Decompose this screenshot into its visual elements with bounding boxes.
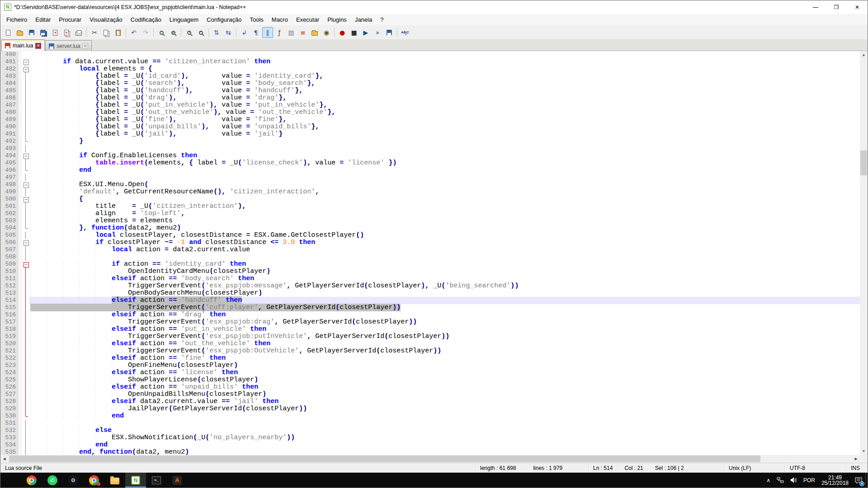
code-line[interactable]: 506 if closestPlayer ~= -1 and closestDi… bbox=[0, 239, 860, 246]
scroll-left-arrow-icon[interactable]: ◀ bbox=[0, 455, 8, 463]
horizontal-scrollbar[interactable]: ◀ ▶ bbox=[0, 455, 868, 463]
fold-toggle-icon[interactable] bbox=[22, 152, 29, 160]
code-line[interactable]: 488 {label = _U('out_the_vehicle'), valu… bbox=[0, 109, 860, 116]
scroll-up-arrow-icon[interactable]: ▲ bbox=[860, 51, 868, 59]
code-line-text[interactable]: elseif action == 'handcuff' then bbox=[29, 297, 860, 304]
code-line-text[interactable] bbox=[29, 420, 860, 427]
indent-guide-button[interactable]: ∥ bbox=[262, 27, 273, 38]
code-line[interactable]: 487 {label = _U('put_in_vehicle'), value… bbox=[0, 102, 860, 109]
code-line[interactable]: 522 elseif action == 'fine' then bbox=[0, 355, 860, 362]
tab-close-icon[interactable]: ✕ bbox=[35, 43, 41, 49]
code-line[interactable]: 525 ShowPlayerLicense(closestPlayer) bbox=[0, 376, 860, 384]
code-line-text[interactable]: TriggerServerEvent('esx_pspjob:putInVehi… bbox=[29, 333, 860, 340]
run-macro-multiple-button[interactable]: » bbox=[372, 27, 383, 38]
code-line[interactable]: 518 elseif action == 'put_in_vehicle' th… bbox=[0, 326, 860, 333]
save-macro-button[interactable] bbox=[384, 27, 395, 38]
horizontal-scroll-thumb[interactable] bbox=[9, 455, 760, 462]
sync-horizontal-button[interactable]: ⇆ bbox=[223, 27, 234, 38]
maximize-button[interactable]: ❐ bbox=[826, 0, 847, 14]
chrome-taskbar-button[interactable] bbox=[21, 473, 42, 488]
code-line[interactable]: 490 {label = _U('unpaid_bills'), value =… bbox=[0, 123, 860, 131]
code-line-text[interactable]: {label = _U('drag'), value = 'drag'}, bbox=[29, 94, 860, 102]
sync-vertical-button[interactable]: ⇅ bbox=[211, 27, 222, 38]
code-line-text[interactable]: elseif data2.current.value == 'jail' the… bbox=[29, 398, 860, 405]
code-line[interactable]: 508 bbox=[0, 253, 860, 261]
menu-item-macro[interactable]: Macro bbox=[268, 14, 292, 25]
paste-button[interactable] bbox=[113, 27, 123, 38]
notification-center-icon[interactable]: 5 bbox=[852, 473, 865, 488]
code-line-text[interactable] bbox=[29, 51, 860, 58]
find-button[interactable] bbox=[156, 27, 167, 38]
close-all-button[interactable] bbox=[61, 27, 72, 38]
stop-recording-button[interactable]: ■ bbox=[349, 27, 359, 38]
dark-a-app-taskbar-button[interactable]: A bbox=[167, 473, 188, 488]
command-prompt-taskbar-button[interactable]: >_ bbox=[146, 473, 167, 488]
code-line-text[interactable]: title = _U('citizen_interaction'), bbox=[29, 203, 860, 210]
code-line[interactable]: 517 TriggerServerEvent('esx_pspjob:drag'… bbox=[0, 319, 860, 326]
code-line[interactable]: 524 elseif action == 'license' then bbox=[0, 369, 860, 376]
code-line[interactable]: 503 elements = elements bbox=[0, 217, 860, 225]
zoom-in-button[interactable] bbox=[184, 27, 194, 38]
fold-toggle-icon[interactable] bbox=[22, 261, 29, 268]
code-line[interactable]: 497 bbox=[0, 174, 860, 181]
play-macro-button[interactable]: ▶ bbox=[360, 27, 371, 38]
network-icon[interactable] bbox=[774, 473, 787, 488]
document-map-button[interactable]: ▧ bbox=[286, 27, 297, 38]
code-line[interactable]: 533 ESX.ShowNotification(_U('no_players_… bbox=[0, 434, 860, 441]
folder-as-workspace-button[interactable] bbox=[309, 27, 320, 38]
save-file-button[interactable] bbox=[26, 27, 37, 38]
menu-item-janela[interactable]: Janela bbox=[351, 14, 376, 25]
code-line[interactable]: 501 title = _U('citizen_interaction'), bbox=[0, 203, 860, 210]
code-line-text[interactable]: table.insert(elements, { label = _U('lic… bbox=[29, 160, 860, 167]
tray-chevron-up-icon[interactable]: ∧ bbox=[763, 473, 774, 488]
code-area[interactable]: 480481 if data.current.value == 'citizen… bbox=[0, 51, 860, 455]
code-line[interactable]: 482 local elements = { bbox=[0, 66, 860, 73]
code-line-text[interactable]: {label = _U('unpaid_bills'), value = 'un… bbox=[29, 123, 860, 131]
code-line[interactable]: 504 }, function(data2, menu2) bbox=[0, 225, 860, 232]
code-line-text[interactable]: elseif action == 'out_the_vehicle' then bbox=[29, 340, 860, 347]
code-line-text[interactable]: OpenBodySearchMenu(closestPlayer) bbox=[29, 290, 860, 297]
code-line-text[interactable]: align = 'top-left', bbox=[29, 210, 860, 217]
code-line[interactable]: 505 local closestPlayer, closestDistance… bbox=[0, 232, 860, 239]
code-line-text[interactable]: else bbox=[29, 427, 860, 434]
tab-close-icon[interactable]: ✕ bbox=[82, 43, 88, 49]
code-line[interactable]: 491 {label = _U('jail'), value = 'jail'} bbox=[0, 131, 860, 138]
code-line[interactable]: 500 { bbox=[0, 196, 860, 203]
code-line[interactable]: 502 align = 'top-left', bbox=[0, 210, 860, 217]
code-line[interactable]: 535 end, function(data2, menu2) bbox=[0, 449, 860, 455]
code-line-text[interactable]: end bbox=[29, 413, 860, 420]
copy-button[interactable] bbox=[101, 27, 112, 38]
menu-item-executar[interactable]: Executar bbox=[292, 14, 323, 25]
code-line[interactable]: 530 end bbox=[0, 413, 860, 420]
code-line[interactable]: 480 bbox=[0, 51, 860, 58]
chrome-notification-taskbar-button[interactable] bbox=[84, 473, 104, 488]
code-line[interactable]: 523 OpenFineMenu(closestPlayer) bbox=[0, 362, 860, 369]
code-line[interactable]: 514 elseif action == 'handcuff' then bbox=[0, 297, 860, 304]
code-line-text[interactable]: end bbox=[29, 441, 860, 449]
whatsapp-taskbar-button[interactable]: ✆ bbox=[42, 473, 63, 488]
cut-button[interactable]: ✂ bbox=[89, 27, 100, 38]
horizontal-scroll-track[interactable] bbox=[8, 455, 852, 463]
monitoring-eye-button[interactable]: ◉ bbox=[321, 27, 332, 38]
code-line-text[interactable]: if action == 'identity_card' then bbox=[29, 261, 860, 268]
undo-button[interactable]: ↶ bbox=[128, 27, 139, 38]
menu-item-plugins[interactable]: Plugins bbox=[323, 14, 351, 25]
vertical-scroll-thumb[interactable] bbox=[860, 150, 867, 175]
save-all-button[interactable] bbox=[38, 27, 49, 38]
code-line[interactable]: 534 end bbox=[0, 441, 860, 449]
word-wrap-button[interactable]: ↲ bbox=[239, 27, 250, 38]
code-line[interactable]: 496 end bbox=[0, 167, 860, 174]
menu-item-codifica-o[interactable]: Codificação bbox=[127, 14, 165, 25]
code-line-text[interactable]: }, function(data2, menu2) bbox=[29, 225, 860, 232]
code-line-text[interactable]: elseif action == 'body_search' then bbox=[29, 275, 860, 282]
code-line[interactable]: 528 elseif data2.current.value == 'jail'… bbox=[0, 398, 860, 405]
notepad-plus-plus-taskbar-button[interactable]: N bbox=[125, 473, 146, 488]
document-list-button[interactable]: ≡ bbox=[297, 27, 308, 38]
code-line[interactable]: 489 {label = _U('fine'), value = 'fine'}… bbox=[0, 116, 860, 123]
menu-item-ficheiro[interactable]: Ficheiro bbox=[2, 14, 31, 25]
code-line-text[interactable]: local closestPlayer, closestDistance = E… bbox=[29, 232, 860, 239]
menu-item-?[interactable]: ? bbox=[376, 14, 387, 25]
code-line-text[interactable]: ShowPlayerLicense(closestPlayer) bbox=[29, 376, 860, 384]
scroll-down-arrow-icon[interactable]: ▼ bbox=[860, 447, 868, 455]
code-line[interactable]: 485 {label = _U('handcuff'), value = 'ha… bbox=[0, 87, 860, 94]
